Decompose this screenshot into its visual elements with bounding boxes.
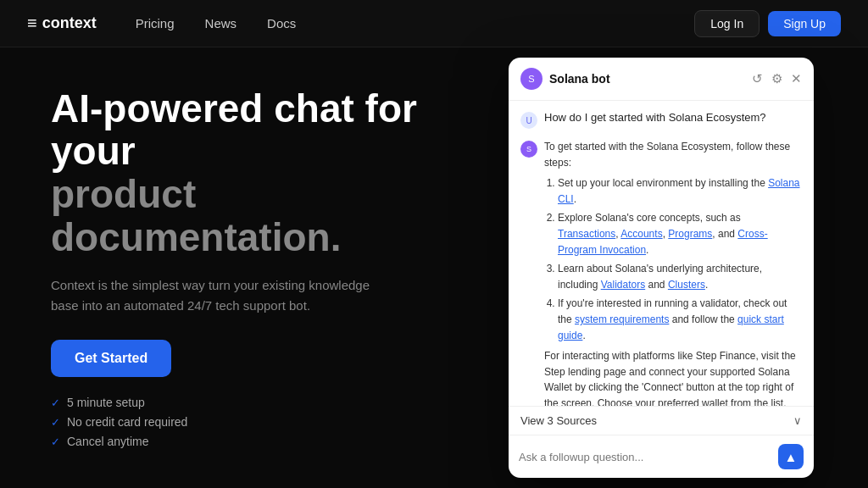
navbar: ≡ context Pricing News Docs Log In Sign …: [0, 0, 868, 47]
solana-cli-link[interactable]: Solana CLI: [558, 177, 800, 205]
chat-header-actions: ↺ ⚙ ✕: [752, 71, 802, 86]
nav-links: Pricing News Docs: [124, 11, 695, 36]
close-icon[interactable]: ✕: [791, 71, 802, 86]
main-content: AI-powered chat for your product documen…: [0, 47, 868, 488]
answer-steps-list: Set up your local environment by install…: [544, 175, 802, 343]
view-sources-label: View 3 Sources: [520, 414, 597, 427]
validators-link[interactable]: Validators: [601, 279, 645, 291]
programs-link[interactable]: Programs: [668, 228, 712, 240]
feature-item-2: ✓ No credit card required: [51, 415, 458, 429]
refresh-icon[interactable]: ↺: [752, 71, 763, 86]
feature-label-1: 5 minute setup: [67, 396, 145, 409]
bot-avatar-small: S: [520, 141, 537, 158]
login-button[interactable]: Log In: [694, 10, 760, 37]
user-question-row: U How do I get started with Solana Ecosy…: [520, 111, 802, 129]
hero-title-line1: AI-powered chat for your: [51, 86, 417, 174]
clusters-link[interactable]: Clusters: [668, 279, 705, 291]
user-question-text: How do I get started with Solana Ecosyst…: [544, 111, 766, 124]
check-icon-2: ✓: [51, 416, 60, 429]
view-sources-row[interactable]: View 3 Sources ∨: [509, 406, 814, 435]
nav-link-pricing[interactable]: Pricing: [124, 11, 186, 36]
system-req-link[interactable]: system requirements: [575, 313, 669, 325]
feature-label-3: Cancel anytime: [67, 435, 149, 448]
chevron-down-icon: ∨: [793, 414, 802, 427]
bot-answer-row: S To get started with the Solana Ecosyst…: [520, 139, 802, 406]
features-list: ✓ 5 minute setup ✓ No credit card requir…: [51, 396, 458, 448]
nav-actions: Log In Sign Up: [694, 10, 841, 37]
transactions-link[interactable]: Transactions: [558, 228, 615, 240]
feature-label-2: No credit card required: [67, 415, 187, 429]
hero-title: AI-powered chat for your product documen…: [51, 87, 458, 258]
get-started-button[interactable]: Get Started: [51, 340, 171, 377]
accounts-link[interactable]: Accounts: [620, 228, 662, 240]
logo[interactable]: ≡ context: [27, 14, 97, 33]
send-icon: ▲: [785, 450, 798, 464]
logo-text: context: [42, 14, 97, 32]
feature-item-3: ✓ Cancel anytime: [51, 435, 458, 448]
logo-icon: ≡: [27, 14, 37, 33]
answer-intro: To get started with the Solana Ecosystem…: [544, 141, 790, 169]
user-avatar: U: [520, 112, 537, 129]
check-icon-3: ✓: [51, 435, 60, 448]
bot-name: Solana bot: [549, 72, 610, 86]
nav-link-news[interactable]: News: [193, 11, 249, 36]
settings-icon[interactable]: ⚙: [771, 71, 782, 86]
nav-link-docs[interactable]: Docs: [255, 11, 308, 36]
answer-step-3: Learn about Solana's underlying architec…: [558, 261, 802, 292]
chat-body: U How do I get started with Solana Ecosy…: [509, 101, 814, 406]
answer-step-1: Set up your local environment by install…: [558, 175, 802, 207]
answer-para1: For interacting with platforms like Step…: [544, 348, 802, 406]
bot-answer-content: To get started with the Solana Ecosystem…: [544, 139, 802, 406]
followup-input[interactable]: [519, 451, 771, 463]
chat-widget: S Solana bot ↺ ⚙ ✕ U How do I get starte…: [509, 58, 814, 478]
answer-step-4: If you're interested in running a valida…: [558, 296, 802, 343]
chat-header: S Solana bot ↺ ⚙ ✕: [509, 58, 814, 101]
send-button[interactable]: ▲: [778, 444, 804, 469]
signup-button[interactable]: Sign Up: [768, 11, 841, 36]
bot-avatar: S: [520, 68, 542, 90]
answer-step-2: Explore Solana's core concepts, such as …: [558, 210, 802, 258]
chat-header-left: S Solana bot: [520, 68, 610, 90]
hero-section: AI-powered chat for your product documen…: [51, 87, 458, 448]
hero-subtitle: Context is the simplest way turn your ex…: [51, 275, 390, 316]
check-icon-1: ✓: [51, 396, 60, 409]
chat-footer: ▲: [509, 435, 814, 478]
feature-item-1: ✓ 5 minute setup: [51, 396, 458, 409]
hero-title-line2: product documentation.: [51, 172, 341, 259]
